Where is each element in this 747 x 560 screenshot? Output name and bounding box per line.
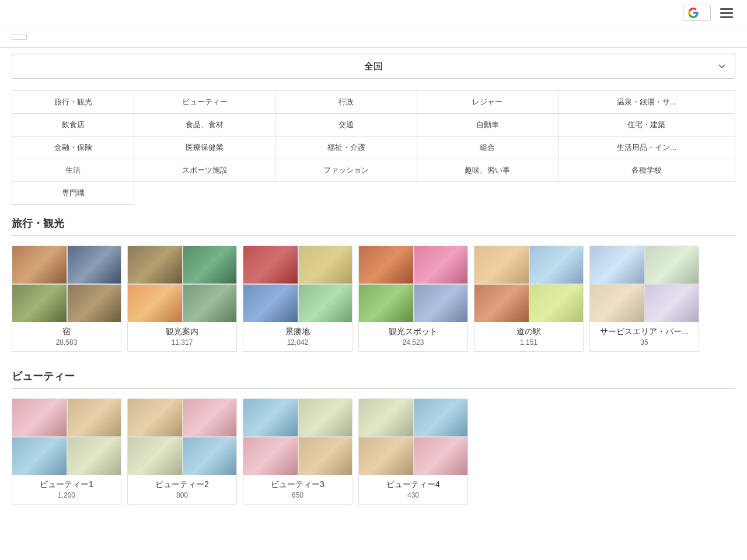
thumb-cell-0 bbox=[243, 246, 298, 284]
category-cell[interactable]: レジャー bbox=[417, 91, 558, 114]
thumb-cell-1 bbox=[530, 246, 584, 284]
item-thumbnail bbox=[12, 399, 121, 475]
item-info: 宿28,583 bbox=[12, 322, 121, 351]
item-count: 650 bbox=[248, 491, 347, 499]
category-cell[interactable]: 行政 bbox=[275, 91, 417, 114]
thumb-cell-1 bbox=[68, 246, 121, 284]
item-thumbnail bbox=[359, 399, 468, 475]
item-info: 観光案内11,317 bbox=[128, 322, 236, 351]
item-count: 24,523 bbox=[364, 338, 463, 346]
category-cell[interactable]: 各種学校 bbox=[558, 159, 735, 182]
item-thumbnail bbox=[474, 246, 584, 322]
list-item[interactable]: ビューティー4430 bbox=[358, 398, 468, 505]
thumb-cell-0 bbox=[12, 246, 67, 284]
item-thumbnail bbox=[128, 246, 237, 322]
item-info: 道の駅1,151 bbox=[474, 322, 583, 351]
section-divider bbox=[12, 388, 735, 389]
thumb-cell-3 bbox=[645, 285, 699, 322]
thumb-cell-1 bbox=[645, 246, 699, 284]
thumb-cell-1 bbox=[183, 246, 237, 284]
item-grid-travel: 宿28,583観光案内11,317景勝地12,042観光スポット24,523道の… bbox=[12, 246, 735, 352]
list-item[interactable]: ビューティー3650 bbox=[243, 398, 352, 505]
list-item[interactable]: 道の駅1,151 bbox=[474, 246, 584, 352]
category-cell[interactable]: 組合 bbox=[417, 136, 558, 159]
item-count: 1,200 bbox=[17, 491, 116, 499]
item-name: 道の駅 bbox=[479, 327, 578, 337]
thumb-cell-3 bbox=[68, 438, 121, 475]
item-thumbnail bbox=[359, 246, 468, 322]
item-info: サービスエリア・パー...35 bbox=[590, 322, 699, 351]
item-thumbnail bbox=[128, 399, 237, 475]
category-cell[interactable]: 旅行・観光 bbox=[12, 91, 134, 114]
item-count: 430 bbox=[364, 491, 463, 499]
category-cell[interactable]: 金融・保険 bbox=[12, 136, 134, 159]
thumb-cell-0 bbox=[12, 399, 67, 436]
item-name: ビューティー2 bbox=[132, 480, 232, 490]
category-cell[interactable]: 自動車 bbox=[417, 114, 558, 136]
item-info: 観光スポット24,523 bbox=[359, 322, 467, 351]
category-cell[interactable]: 専門職 bbox=[12, 182, 134, 205]
category-cell[interactable]: 交通 bbox=[275, 114, 417, 136]
item-thumbnail bbox=[243, 399, 352, 475]
item-thumbnail bbox=[243, 246, 352, 322]
item-name: ビューティー1 bbox=[17, 480, 116, 490]
item-info: ビューティー3650 bbox=[243, 475, 352, 504]
section-title-travel: 旅行・観光 bbox=[12, 216, 735, 230]
language-selector[interactable] bbox=[683, 5, 711, 21]
thumb-cell-1 bbox=[299, 246, 352, 284]
thumb-cell-0 bbox=[359, 399, 413, 436]
item-name: 景勝地 bbox=[248, 327, 347, 337]
thumb-cell-1 bbox=[414, 246, 468, 284]
section-divider bbox=[12, 235, 735, 236]
list-item[interactable]: 宿28,583 bbox=[12, 246, 121, 352]
list-item[interactable]: 景勝地12,042 bbox=[243, 246, 352, 352]
category-cell[interactable]: 温泉・銭湯・サ... bbox=[558, 91, 735, 114]
item-count: 800 bbox=[132, 491, 232, 499]
list-item[interactable]: ビューティー2800 bbox=[127, 398, 237, 505]
thumb-cell-3 bbox=[299, 285, 352, 322]
item-name: 観光案内 bbox=[132, 327, 232, 337]
list-item[interactable]: 観光案内11,317 bbox=[127, 246, 237, 352]
category-cell[interactable]: ビューティー bbox=[134, 91, 275, 114]
category-cell[interactable]: 食品、食材 bbox=[134, 114, 275, 136]
thumb-cell-3 bbox=[530, 285, 584, 322]
thumb-cell-3 bbox=[68, 285, 121, 322]
thumb-cell-0 bbox=[590, 246, 644, 284]
thumb-cell-1 bbox=[68, 399, 121, 436]
item-count: 35 bbox=[595, 338, 694, 346]
category-cell[interactable]: 生活 bbox=[12, 159, 134, 182]
item-count: 28,583 bbox=[17, 338, 116, 346]
google-icon bbox=[688, 8, 699, 18]
category-cell[interactable]: 住宅・建築 bbox=[558, 114, 735, 136]
list-item[interactable]: ビューティー11,200 bbox=[12, 398, 121, 505]
category-cell[interactable]: ファッション bbox=[275, 159, 417, 182]
menu-line-2 bbox=[720, 12, 733, 14]
list-item[interactable]: サービスエリア・パー...35 bbox=[589, 246, 699, 352]
thumb-cell-2 bbox=[128, 438, 182, 475]
item-info: 景勝地12,042 bbox=[243, 322, 352, 351]
category-cell[interactable]: 福祉・介護 bbox=[275, 136, 417, 159]
category-cell[interactable]: 生活用品・イン... bbox=[558, 136, 735, 159]
thumb-cell-3 bbox=[183, 438, 237, 475]
category-cell[interactable]: 飲食店 bbox=[12, 114, 134, 136]
thumb-cell-3 bbox=[183, 285, 237, 322]
thumb-cell-3 bbox=[414, 285, 468, 322]
thumb-cell-2 bbox=[12, 438, 67, 475]
thumb-cell-0 bbox=[128, 246, 182, 284]
category-cell[interactable]: 医療保健業 bbox=[134, 136, 275, 159]
category-table: 旅行・観光ビューティー行政レジャー温泉・銭湯・サ...飲食店食品、食材交通自動車… bbox=[12, 90, 735, 205]
thumb-cell-1 bbox=[414, 399, 468, 436]
menu-icon[interactable] bbox=[718, 6, 735, 20]
category-cell[interactable]: スポーツ施設 bbox=[134, 159, 275, 182]
item-name: ビューティー4 bbox=[364, 480, 463, 490]
item-count: 11,317 bbox=[132, 338, 232, 346]
region-select[interactable]: 全国 北海道 東北 関東 中部 近畿 中国 四国 九州・沖縄 bbox=[12, 54, 735, 79]
list-item[interactable]: 観光スポット24,523 bbox=[358, 246, 468, 352]
category-cell[interactable]: 趣味、習い事 bbox=[417, 159, 558, 182]
item-grid-beauty: ビューティー11,200ビューティー2800ビューティー3650ビューティー44… bbox=[12, 398, 735, 505]
item-info: ビューティー11,200 bbox=[12, 475, 121, 504]
item-count: 12,042 bbox=[248, 338, 347, 346]
item-name: 宿 bbox=[17, 327, 116, 337]
breadcrumb-item[interactable] bbox=[12, 34, 27, 40]
thumb-cell-1 bbox=[183, 399, 237, 436]
